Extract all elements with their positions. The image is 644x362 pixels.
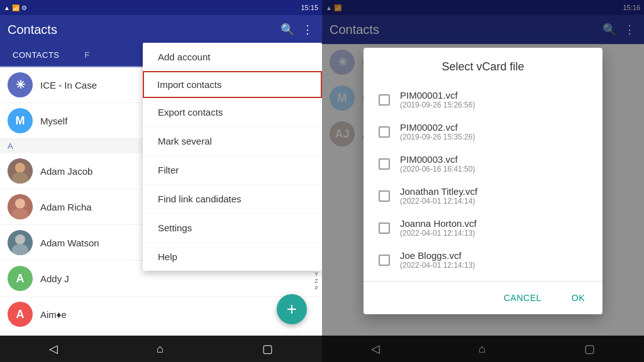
vcard-item-0[interactable]: PIM00001.vcf (2019-09-26 15:26:56) <box>364 84 602 116</box>
menu-item-import-contacts[interactable]: Import contacts <box>143 71 322 98</box>
vcard-info-3: Jonathan Titley.vcf (2022-04-01 12:14:14… <box>400 186 477 206</box>
vcard-date-2: (2020-06-16 16:41:50) <box>400 165 475 173</box>
vcard-dialog: Select vCard file PIM00001.vcf (2019-09-… <box>364 48 602 314</box>
vcard-date-3: (2022-04-01 12:14:14) <box>400 197 477 206</box>
left-status-icons-left: ▲ 📶 ⚙ <box>4 4 27 11</box>
menu-item-settings[interactable]: Settings <box>143 214 322 243</box>
contact-name-adam-r: Adam Richa <box>40 202 92 212</box>
contact-name-addy: Addy J <box>40 273 69 284</box>
notification-icon: ▲ <box>4 4 10 11</box>
vcard-info-4: Joanna Horton.vcf (2022-04-01 12:14:13) <box>400 218 477 238</box>
menu-item-help[interactable]: Help <box>143 243 322 271</box>
vcard-date-0: (2019-09-26 15:26:56) <box>400 101 475 109</box>
avatar-ice: ✳ <box>8 72 33 97</box>
left-status-bar: ▲ 📶 ⚙ 15:15 <box>0 0 322 15</box>
menu-item-find-link[interactable]: Find link candidates <box>143 185 322 214</box>
vcard-item-2[interactable]: PIM00003.vcf (2020-06-16 16:41:50) <box>364 148 602 180</box>
left-nav-bar: ◁ ⌂ ▢ <box>0 336 322 362</box>
vcard-filename-5: Joe Bloggs.vcf <box>400 250 475 261</box>
avatar-adam-j <box>8 158 33 184</box>
left-header-title: Contacts <box>8 23 57 37</box>
checkbox-1[interactable] <box>379 126 390 138</box>
fab-add-contact[interactable]: + <box>277 294 307 324</box>
dialog-buttons: CANCEL OK <box>364 282 602 314</box>
checkbox-5[interactable] <box>379 255 390 266</box>
menu-item-export-contacts[interactable]: Export contacts <box>143 98 322 127</box>
contact-name-adam-j: Adam Jacob <box>40 166 92 177</box>
tab-favorites-label: F <box>85 50 90 60</box>
avatar-addy: A <box>8 266 33 291</box>
vcard-date-1: (2019-09-26 15:35:26) <box>400 133 475 141</box>
left-search-icon[interactable]: 🔍 <box>279 21 296 38</box>
checkbox-4[interactable] <box>379 222 390 234</box>
left-header-icons: 🔍 ⋮ <box>279 21 314 38</box>
left-phone-panel: ▲ 📶 ⚙ 15:15 Contacts 🔍 ⋮ CONTACTS F ✳ IC… <box>0 0 322 362</box>
contact-name-aime: Aim♦e <box>40 309 67 320</box>
menu-item-mark-several[interactable]: Mark several <box>143 127 322 156</box>
vcard-filename-4: Joanna Horton.vcf <box>400 218 477 229</box>
contact-name-adam-w: Adam Watson <box>40 238 99 248</box>
vcard-filename-1: PIM00002.vcf <box>400 122 475 133</box>
svg-point-4 <box>15 199 25 209</box>
left-app-header: Contacts 🔍 ⋮ <box>0 15 322 44</box>
vcard-item-3[interactable]: Jonathan Titley.vcf (2022-04-01 12:14:14… <box>364 180 602 212</box>
avatar-adam-r <box>8 194 33 219</box>
tab-favorites[interactable]: F <box>72 44 103 66</box>
svg-point-1 <box>15 163 25 173</box>
recents-button[interactable]: ▢ <box>262 342 273 356</box>
right-phone-panel: ▲ 📶 15:16 Contacts 🔍 ⋮ ✳ ICE - In Case M… <box>322 0 644 362</box>
cancel-button[interactable]: CANCEL <box>496 287 549 309</box>
vcard-item-1[interactable]: PIM00002.vcf (2019-09-26 15:35:26) <box>364 116 602 148</box>
avatar-adam-w <box>8 230 33 255</box>
vcard-item-4[interactable]: Joanna Horton.vcf (2022-04-01 12:14:13) <box>364 212 602 244</box>
vcard-filename-3: Jonathan Titley.vcf <box>400 186 477 197</box>
vcard-info-1: PIM00002.vcf (2019-09-26 15:35:26) <box>400 122 475 141</box>
dialog-title: Select vCard file <box>364 60 602 84</box>
vcard-date-5: (2022-04-01 12:14:13) <box>400 261 475 270</box>
vcard-filename-0: PIM00001.vcf <box>400 90 475 101</box>
vcard-info-2: PIM00003.vcf (2020-06-16 16:41:50) <box>400 154 475 173</box>
vcard-item-5[interactable]: Joe Bloggs.vcf (2022-04-01 12:14:13) <box>364 244 602 276</box>
avatar-myself: M <box>8 108 33 133</box>
dropdown-menu: Add account Import contacts Export conta… <box>143 43 322 271</box>
signal-icon: 📶 <box>12 4 19 11</box>
menu-item-add-account[interactable]: Add account <box>143 43 322 71</box>
left-more-icon[interactable]: ⋮ <box>301 21 314 38</box>
vcard-info-0: PIM00001.vcf (2019-09-26 15:26:56) <box>400 90 475 109</box>
vcard-date-4: (2022-04-01 12:14:13) <box>400 229 477 238</box>
vcard-filename-2: PIM00003.vcf <box>400 154 475 165</box>
back-button[interactable]: ◁ <box>49 342 58 356</box>
checkbox-0[interactable] <box>379 94 390 106</box>
contact-name-ice: ICE - In Case <box>40 80 97 90</box>
tab-contacts-label: CONTACTS <box>13 50 60 60</box>
home-button[interactable]: ⌂ <box>157 343 164 356</box>
list-item[interactable]: A Aim♦e <box>0 297 322 332</box>
vcard-file-list: PIM00001.vcf (2019-09-26 15:26:56) PIM00… <box>364 84 602 276</box>
dialog-overlay: Select vCard file PIM00001.vcf (2019-09-… <box>322 0 644 362</box>
left-time: 15:15 <box>301 4 318 11</box>
checkbox-3[interactable] <box>379 190 390 202</box>
vcard-info-5: Joe Bloggs.vcf (2022-04-01 12:14:13) <box>400 250 475 270</box>
checkbox-2[interactable] <box>379 158 390 170</box>
ok-button[interactable]: OK <box>564 287 592 309</box>
svg-point-7 <box>15 234 25 244</box>
tab-contacts[interactable]: CONTACTS <box>0 44 72 67</box>
wifi-icon: ⚙ <box>21 4 27 11</box>
menu-item-filter[interactable]: Filter <box>143 156 322 185</box>
contact-name-myself: Myself <box>40 116 67 126</box>
avatar-aime: A <box>8 302 33 327</box>
